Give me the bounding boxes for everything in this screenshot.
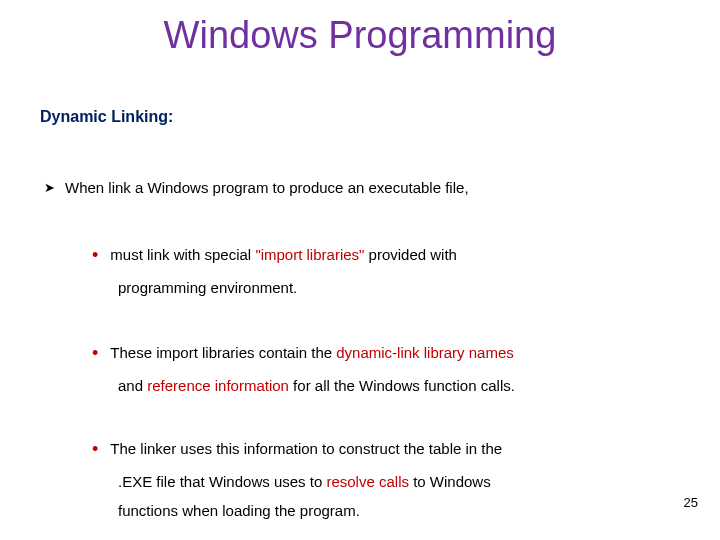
- sub3-line2-highlight: resolve calls: [326, 473, 409, 490]
- sub-bullet-2: •These import libraries contain the dyna…: [92, 336, 680, 400]
- top-bullet: ➤When link a Windows program to produce …: [44, 175, 680, 201]
- sub3-line2-post: to Windows: [409, 473, 491, 490]
- section-heading: Dynamic Linking:: [40, 108, 173, 126]
- sub2-pre: These import libraries contain the: [110, 344, 336, 361]
- sub2-line2-post: for all the Windows function calls.: [289, 377, 515, 394]
- bullet-dot-icon: •: [92, 432, 98, 467]
- sub1-highlight: "import libraries": [255, 246, 364, 263]
- sub3-line1: The linker uses this information to cons…: [110, 440, 502, 457]
- bullet-dot-icon: •: [92, 238, 98, 273]
- page-number: 25: [684, 495, 698, 510]
- bullet-dot-icon: •: [92, 336, 98, 371]
- sub3-line2-pre: .EXE file that Windows uses to: [118, 473, 326, 490]
- sub1-post: provided with: [364, 246, 457, 263]
- sub3-line3: functions when loading the program.: [118, 496, 680, 525]
- slide: Windows Programming Dynamic Linking: ➤Wh…: [0, 0, 720, 540]
- sub-bullet-1: •must link with special "import librarie…: [92, 238, 680, 302]
- top-bullet-text: When link a Windows program to produce a…: [65, 179, 469, 196]
- sub2-line2-highlight: reference information: [147, 377, 289, 394]
- slide-title: Windows Programming: [0, 14, 720, 57]
- sub2-highlight: dynamic-link library names: [336, 344, 514, 361]
- arrow-icon: ➤: [44, 177, 55, 199]
- sub-bullet-3: •The linker uses this information to con…: [92, 432, 680, 526]
- sub2-line2-pre: and: [118, 377, 147, 394]
- sub1-pre: must link with special: [110, 246, 255, 263]
- sub1-line2: programming environment.: [118, 273, 680, 302]
